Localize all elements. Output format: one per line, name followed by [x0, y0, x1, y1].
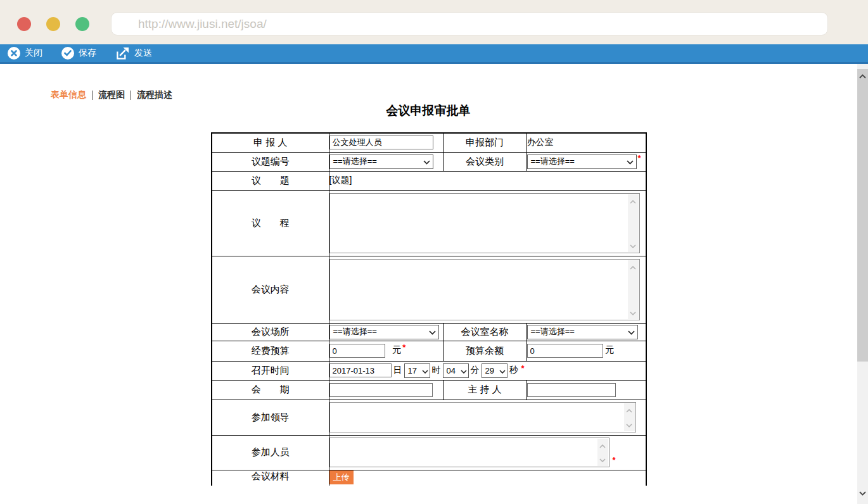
textarea-scrollbar[interactable] — [597, 439, 608, 466]
budget-label: 经费预算 — [212, 341, 329, 361]
department-label: 申报部门 — [443, 133, 527, 152]
window-close-button[interactable] — [17, 17, 31, 31]
scrollbar-down-button[interactable] — [857, 488, 868, 499]
address-bar[interactable]: http://www.jiusi.net/jsoa/ — [111, 12, 828, 35]
minute-select[interactable]: 04 — [443, 363, 469, 378]
chevron-up-icon — [599, 441, 606, 450]
leaders-textarea[interactable] — [329, 402, 636, 432]
hour-select-value: 17 — [408, 366, 417, 375]
chevron-down-icon — [499, 366, 506, 375]
meeting-form: 申 报 人 申报部门 办公室 议题编号 ==请选择== 会议类别 — [211, 132, 649, 486]
room-label: 会议室名称 — [443, 323, 527, 341]
balance-label: 预算余额 — [443, 341, 527, 361]
minute-select-value: 04 — [447, 366, 456, 375]
required-asterisk: * — [402, 343, 405, 352]
second-select[interactable]: 29 — [482, 363, 507, 378]
save-button-label: 保存 — [79, 47, 96, 59]
page-content: 表单信息 流程图 流程描述 会议申报审批单 申 报 人 申报部门 办公室 议题编… — [0, 64, 857, 504]
chevron-down-icon — [628, 327, 635, 337]
url-text: http://www.jiusi.net/jsoa/ — [138, 17, 267, 31]
window-minimize-button[interactable] — [46, 17, 60, 31]
host-label: 主 持 人 — [443, 380, 527, 400]
page-scrollbar[interactable] — [857, 64, 868, 504]
meeting-type-select-value: ==请选择== — [531, 156, 575, 167]
content-textarea[interactable] — [329, 259, 640, 320]
chevron-down-icon — [599, 455, 606, 464]
host-input[interactable] — [527, 383, 616, 397]
tab-separator — [131, 91, 131, 100]
applicant-input[interactable] — [329, 135, 433, 149]
chevron-down-icon — [859, 491, 866, 496]
agenda-textarea[interactable] — [329, 193, 640, 253]
chevron-down-icon — [627, 157, 634, 167]
chevron-down-icon — [461, 366, 467, 375]
applicant-label: 申 报 人 — [212, 133, 329, 152]
second-unit: 秒 — [509, 365, 518, 376]
scrollbar-thumb[interactable] — [857, 69, 868, 362]
topic-value: [议题] — [329, 171, 646, 190]
duration-input[interactable] — [329, 383, 433, 397]
chevron-down-icon — [626, 420, 632, 429]
close-button-label: 关闭 — [25, 47, 42, 59]
close-circle-icon — [8, 47, 20, 60]
chevron-down-icon — [423, 157, 430, 167]
tab-flow-description[interactable]: 流程描述 — [137, 89, 172, 101]
duration-label: 会 期 — [212, 380, 329, 400]
scrollbar-up-button[interactable] — [857, 70, 868, 82]
topic-no-label: 议题编号 — [212, 152, 329, 171]
budget-input[interactable] — [329, 344, 385, 358]
save-button[interactable]: 保存 — [61, 47, 96, 60]
window-maximize-button[interactable] — [75, 17, 89, 31]
required-asterisk: * — [521, 363, 525, 373]
venue-select[interactable]: ==请选择== — [329, 325, 439, 339]
hour-select[interactable]: 17 — [404, 363, 430, 378]
chevron-up-icon — [630, 196, 636, 206]
time-label: 召开时间 — [212, 361, 329, 380]
textarea-scrollbar[interactable] — [624, 403, 635, 431]
check-circle-icon — [61, 47, 74, 60]
hour-unit: 时 — [432, 365, 441, 376]
upload-button[interactable]: 上传 — [329, 470, 354, 484]
content-label: 会议内容 — [212, 256, 329, 323]
venue-select-value: ==请选择== — [333, 326, 377, 337]
budget-unit: 元 — [392, 344, 401, 355]
room-select-value: ==请选择== — [531, 326, 575, 337]
day-unit: 日 — [393, 365, 402, 376]
meeting-type-label: 会议类别 — [443, 152, 527, 171]
meeting-type-select[interactable]: ==请选择== — [527, 154, 637, 169]
date-input[interactable] — [329, 363, 392, 377]
materials-label: 会议材料 — [212, 470, 329, 486]
balance-unit: 元 — [605, 344, 614, 355]
close-button[interactable]: 关闭 — [8, 47, 42, 60]
minute-unit: 分 — [471, 365, 480, 376]
second-select-value: 29 — [485, 366, 494, 375]
topic-label: 议 题 — [212, 171, 329, 190]
send-icon — [115, 46, 130, 60]
required-asterisk: * — [638, 153, 641, 163]
chevron-down-icon — [429, 327, 436, 337]
venue-label: 会议场所 — [212, 323, 329, 341]
send-button[interactable]: 发送 — [115, 46, 152, 60]
tab-form-info[interactable]: 表单信息 — [51, 89, 86, 101]
topic-no-select-value: ==请选择== — [333, 156, 377, 167]
participants-textarea[interactable] — [329, 438, 610, 467]
chevron-up-icon — [859, 74, 866, 79]
chevron-up-icon — [630, 262, 636, 272]
send-button-label: 发送 — [134, 47, 152, 59]
department-value: 办公室 — [527, 133, 646, 152]
textarea-scrollbar[interactable] — [628, 260, 639, 319]
chevron-down-icon — [630, 241, 636, 250]
tab-flow-chart[interactable]: 流程图 — [98, 89, 125, 101]
view-tabs: 表单信息 流程图 流程描述 — [51, 89, 172, 101]
chevron-down-icon — [630, 308, 636, 317]
chevron-up-icon — [626, 405, 632, 415]
chevron-down-icon — [422, 366, 428, 375]
browser-chrome: http://www.jiusi.net/jsoa/ — [0, 0, 868, 44]
agenda-label: 议 程 — [212, 190, 329, 256]
tab-separator — [92, 91, 93, 100]
textarea-scrollbar[interactable] — [628, 194, 639, 252]
topic-no-select[interactable]: ==请选择== — [329, 154, 433, 169]
balance-input[interactable] — [527, 344, 603, 358]
room-select[interactable]: ==请选择== — [527, 325, 638, 339]
required-asterisk: * — [613, 455, 616, 465]
